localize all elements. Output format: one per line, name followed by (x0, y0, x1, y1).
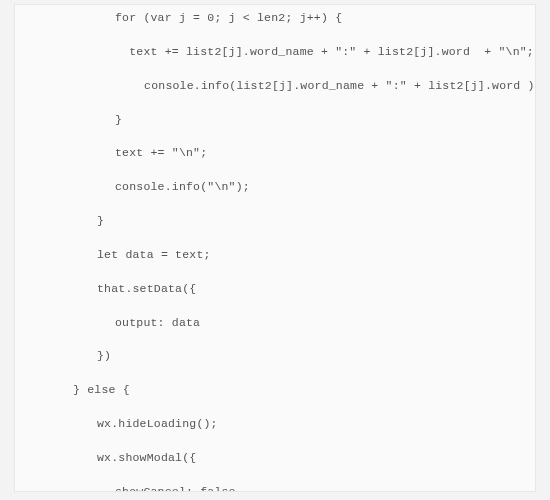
code-line: console.info(list2[j].word_name + ":" + … (15, 75, 535, 97)
code-line: } else { (15, 379, 535, 401)
code-line: let data = text; (15, 244, 535, 266)
code-line: } (15, 109, 535, 131)
code-line: output: data (15, 312, 535, 334)
code-line: for (var j = 0; j < len2; j++) { (15, 7, 535, 29)
code-line: console.info("\n"); (15, 176, 535, 198)
code-line: }) (15, 345, 535, 367)
code-line: showCancel: false, (15, 481, 535, 492)
code-line: } (15, 210, 535, 232)
code-line: text += list2[j].word_name + ":" + list2… (15, 41, 535, 63)
code-line: text += "\n"; (15, 142, 535, 164)
code-line: wx.hideLoading(); (15, 413, 535, 435)
code-line: that.setData({ (15, 278, 535, 300)
code-line: wx.showModal({ (15, 447, 535, 469)
code-block: for (var j = 0; j < len2; j++) { text +=… (14, 4, 536, 492)
